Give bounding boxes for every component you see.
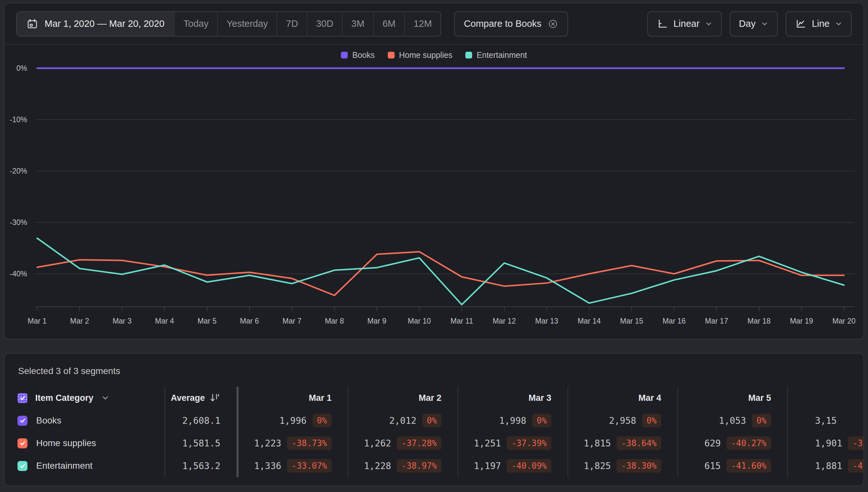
chart-card: Mar 1, 2020 — Mar 20, 2020 TodayYesterda… <box>4 3 864 339</box>
day-value-cell: 1,251-37.39% <box>458 432 568 454</box>
day-value-cell: 1,9960% <box>238 409 348 432</box>
x-axis-label: Mar 7 <box>282 317 302 325</box>
day-value: 1,223 <box>254 438 281 449</box>
x-axis-label: Mar 16 <box>662 317 686 325</box>
segments-table: Item CategoryAverageMar 1Mar 2Mar 3Mar 4… <box>4 387 864 477</box>
day-value-cell: 1,0530% <box>678 409 788 432</box>
group-header-cell: Item Category <box>4 387 165 409</box>
segment-name-label: Home supplies <box>36 438 96 448</box>
table-row: Books2,608.11,9960%2,0120%1,9980%2,9580%… <box>4 409 864 432</box>
percent-diff-badge: -40.27% <box>726 436 771 450</box>
day-value-cell: 1,262-37.28% <box>348 432 458 454</box>
day-value-cell: 1,825-38.30% <box>568 454 678 477</box>
y-axis-label: -10% <box>10 116 27 124</box>
x-axis-label: Mar 20 <box>833 317 856 325</box>
segment-name-cell: Books <box>4 409 165 432</box>
day-value-cell: 1,901-3 <box>788 432 864 454</box>
average-header-cell[interactable]: Average <box>165 387 238 409</box>
day-value-cell: 1,197-40.09% <box>458 454 568 477</box>
select-all-checkbox[interactable] <box>18 393 27 403</box>
day-header-cell[interactable] <box>788 387 864 409</box>
table-row: Entertainment1,563.21,336-33.07%1,228-38… <box>4 454 864 477</box>
day-value: 1,228 <box>364 461 391 471</box>
percent-diff-badge: -38.97% <box>397 459 441 473</box>
percent-diff-badge: -38.73% <box>287 436 332 450</box>
percent-diff-badge: 0% <box>423 414 441 427</box>
table-row: Home supplies1,581.51,223-38.73%1,262-37… <box>4 432 864 454</box>
row-checkbox[interactable] <box>18 438 27 448</box>
percent-diff-badge: -3 <box>848 436 864 450</box>
day-value: 1,251 <box>474 438 501 449</box>
day-value-cell: 3,15 <box>788 409 864 432</box>
percent-diff-badge: 0% <box>752 414 771 427</box>
x-axis-label: Mar 19 <box>790 317 813 325</box>
average-cell: 1,563.2 <box>165 454 238 477</box>
x-axis-label: Mar 13 <box>535 317 558 325</box>
segments-table-card: Selected 3 of 3 segments Item CategoryAv… <box>4 353 864 486</box>
group-header-label: Item Category <box>35 393 94 403</box>
average-cell: 2,608.1 <box>165 409 238 432</box>
day-header-cell[interactable]: Mar 2 <box>348 387 458 409</box>
day-value: 615 <box>705 461 721 471</box>
day-value-cell: 629-40.27% <box>678 432 788 454</box>
day-value-cell: 1,223-38.73% <box>238 432 348 454</box>
average-value: 1,563.2 <box>182 461 221 471</box>
percent-diff-badge: -4 <box>848 459 864 473</box>
day-value-cell: 1,881-4 <box>788 454 864 477</box>
x-axis-label: Mar 18 <box>747 317 771 325</box>
day-value: 3,15 <box>815 415 837 426</box>
x-axis-label: Mar 8 <box>325 317 344 325</box>
day-value: 2,958 <box>609 415 636 426</box>
day-value: 1,901 <box>815 438 842 449</box>
day-value: 1,197 <box>474 461 501 471</box>
day-header-cell[interactable]: Mar 3 <box>458 387 568 409</box>
day-value: 1,053 <box>719 415 746 426</box>
day-value: 1,996 <box>279 415 306 426</box>
row-checkbox[interactable] <box>18 416 27 426</box>
day-value: 1,815 <box>584 438 611 449</box>
selected-segments-title: Selected 3 of 3 segments <box>18 366 120 376</box>
average-value: 2,608.1 <box>182 415 221 426</box>
line-chart: 0%-10%-20%-30%-40%Mar 1Mar 2Mar 3Mar 4Ma… <box>4 3 864 339</box>
x-axis-label: Mar 5 <box>198 317 216 325</box>
day-value-cell: 1,9980% <box>458 409 568 432</box>
x-axis-label: Mar 15 <box>620 317 643 325</box>
day-value: 1,881 <box>815 461 842 471</box>
percent-diff-badge: -41.60% <box>726 459 771 473</box>
x-axis-label: Mar 4 <box>155 317 174 325</box>
segment-name-label: Books <box>36 415 61 426</box>
day-value-cell: 1,228-38.97% <box>348 454 458 477</box>
percent-diff-badge: -38.64% <box>617 436 661 450</box>
table-header-row: Item CategoryAverageMar 1Mar 2Mar 3Mar 4… <box>4 387 864 409</box>
day-header-cell[interactable]: Mar 5 <box>678 387 788 409</box>
y-axis-label: -20% <box>10 167 27 175</box>
average-cell: 1,581.5 <box>165 432 238 454</box>
sort-descending-icon <box>209 392 221 403</box>
chevron-down-icon[interactable] <box>101 394 109 402</box>
percent-diff-badge: -33.07% <box>287 459 332 473</box>
day-value: 629 <box>705 438 721 449</box>
percent-diff-badge: 0% <box>312 414 332 427</box>
y-axis-label: -40% <box>10 270 27 278</box>
x-axis-label: Mar 2 <box>70 317 89 325</box>
segment-name-cell: Home supplies <box>4 432 165 454</box>
day-value-cell: 1,336-33.07% <box>238 454 348 477</box>
day-value-cell: 2,9580% <box>568 409 678 432</box>
percent-diff-badge: -40.09% <box>507 459 551 473</box>
segment-name-cell: Entertainment <box>4 454 165 477</box>
day-value-cell: 615-41.60% <box>678 454 788 477</box>
x-axis-label: Mar 9 <box>367 317 386 325</box>
x-axis-label: Mar 10 <box>408 317 431 325</box>
day-value: 1,998 <box>499 415 526 426</box>
day-value: 2,012 <box>389 415 416 426</box>
row-checkbox[interactable] <box>18 461 27 471</box>
series-line-entertainment[interactable] <box>37 238 844 305</box>
day-header-cell[interactable]: Mar 1 <box>238 387 348 409</box>
day-header-cell[interactable]: Mar 4 <box>568 387 678 409</box>
percent-diff-badge: -38.30% <box>617 459 661 473</box>
percent-diff-badge: -37.39% <box>507 436 551 450</box>
percent-diff-badge: 0% <box>532 414 551 427</box>
percent-diff-badge: -37.28% <box>397 436 441 450</box>
y-axis-label: 0% <box>17 64 27 72</box>
day-value-cell: 2,0120% <box>348 409 458 432</box>
